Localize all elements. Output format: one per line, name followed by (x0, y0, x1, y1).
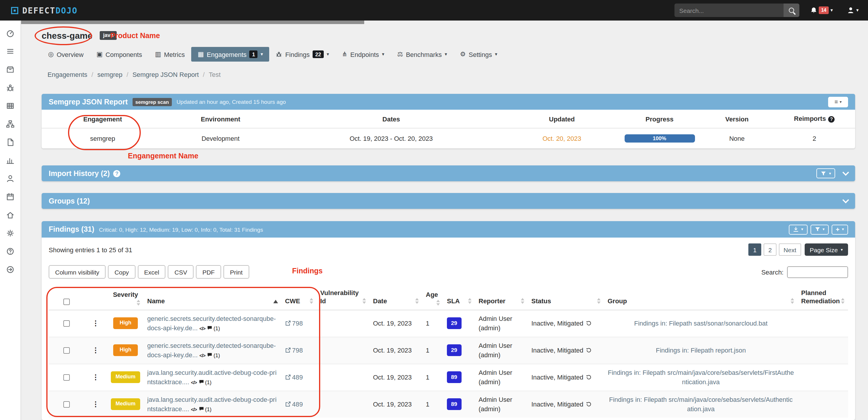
cwe-link[interactable]: 798 (292, 347, 303, 354)
page-size-button[interactable]: Page Size▾ (804, 243, 848, 256)
col-date[interactable]: Date (370, 286, 422, 310)
import-history-panel: Import History (2) ? ▾ (42, 166, 855, 181)
sidebar-item-hierarchy[interactable] (0, 115, 21, 133)
finding-name-link[interactable]: java.lang.security.audit.active-debug-co… (147, 396, 277, 412)
global-search (675, 3, 799, 17)
col-version: Version (700, 110, 774, 128)
download-button[interactable]: ▾ (789, 224, 807, 234)
findings-search-input[interactable] (787, 266, 848, 278)
tab-components[interactable]: ▣Components (90, 47, 149, 62)
group-link[interactable]: Findings in: Filepath sast/sonar/sonarcl… (634, 320, 768, 327)
sort-icon (521, 298, 524, 304)
sort-icon (841, 298, 844, 304)
findings-filter-button[interactable]: ▾ (810, 224, 829, 234)
row-checkbox[interactable] (63, 348, 69, 354)
table-row: ⋮ High generic.secrets.security.detected… (49, 337, 848, 364)
history-icon[interactable] (586, 320, 591, 326)
report-menu-button[interactable]: ≡▾ (828, 96, 848, 107)
row-actions-kebab[interactable]: ⋮ (87, 345, 104, 356)
sidebar-item-home[interactable] (0, 206, 21, 224)
search-button[interactable] (783, 3, 799, 17)
excel-button[interactable]: Excel (138, 265, 166, 279)
import-filter-button[interactable]: ▾ (817, 168, 835, 178)
tab-endpoints[interactable]: ⋔Endpoints▾ (336, 47, 391, 62)
page-1-button[interactable]: 1 (748, 243, 761, 256)
sidebar-item-calendar[interactable] (0, 188, 21, 206)
sidebar-item-matrix[interactable] (0, 97, 21, 115)
progress-cell: 100% (619, 128, 700, 148)
next-page-button[interactable]: Next (779, 243, 801, 256)
col-cwe[interactable]: CWE (281, 286, 317, 310)
group-link[interactable]: Findings in: Filepath src/main/java/core… (609, 396, 793, 412)
tab-findings[interactable]: Findings22▾ (270, 47, 336, 62)
history-icon[interactable] (586, 374, 591, 380)
defectdojo-logo[interactable]: DEFECTDOJO (10, 6, 78, 15)
row-actions-kebab[interactable]: ⋮ (87, 372, 104, 383)
settings-icon: ⚙ (460, 51, 466, 58)
search-input[interactable] (675, 3, 783, 17)
col-dates: Dates (277, 110, 505, 128)
updated-link[interactable]: Oct. 20, 2023 (542, 135, 581, 142)
row-actions-kebab[interactable]: ⋮ (87, 399, 104, 410)
sidebar-item-settings[interactable] (0, 224, 21, 242)
select-all-checkbox[interactable] (63, 299, 69, 305)
table-search: Search: (761, 266, 848, 278)
col-group[interactable]: Group (604, 286, 798, 310)
breadcrumb-report[interactable]: Semgrep JSON Report (132, 71, 199, 78)
cwe-link[interactable]: 489 (292, 401, 303, 408)
row-checkbox[interactable] (63, 374, 69, 381)
cwe-link[interactable]: 798 (292, 320, 303, 327)
user-menu[interactable]: ▾ (847, 6, 859, 14)
cwe-link[interactable]: 489 (292, 374, 303, 381)
row-actions-kebab[interactable]: ⋮ (87, 318, 104, 329)
sidebar-item-logout[interactable] (0, 261, 21, 279)
engagement-name-cell[interactable]: semgrep (42, 128, 164, 148)
page-2-button[interactable]: 2 (764, 243, 776, 256)
col-planned-remediation[interactable]: Planned Remediation (798, 286, 848, 310)
search-label: Search: (761, 268, 783, 275)
pdf-button[interactable]: PDF (196, 265, 221, 279)
row-checkbox[interactable] (63, 401, 69, 408)
finding-name-link[interactable]: java.lang.security.audit.active-debug-co… (147, 369, 277, 385)
history-icon[interactable] (586, 347, 591, 353)
tab-engagements[interactable]: ▦Engagements1▾ (191, 47, 270, 62)
print-button[interactable]: Print (223, 265, 249, 279)
csv-button[interactable]: CSV (168, 265, 193, 279)
help-icon[interactable]: ? (828, 116, 835, 123)
copy-button[interactable]: Copy (108, 265, 135, 279)
group-link[interactable]: Findings in: Filepath report.json (656, 347, 746, 354)
tab-benchmarks[interactable]: ⚖Benchmarks▾ (391, 47, 453, 62)
sort-icon (363, 298, 366, 304)
tab-settings[interactable]: ⚙Settings▾ (453, 47, 503, 62)
tab-metrics[interactable]: ▥Metrics (148, 47, 191, 62)
collapse-chevron-icon[interactable] (842, 169, 849, 176)
tab-overview[interactable]: ◎Overview (42, 47, 90, 62)
col-status[interactable]: Status (528, 286, 604, 310)
col-vulnerability-id[interactable]: Vulnerability Id (317, 286, 370, 310)
row-checkbox[interactable] (63, 321, 69, 327)
group-link[interactable]: Findings in: Filepath src/main/java/core… (608, 369, 794, 385)
col-reporter[interactable]: Reporter (475, 286, 528, 310)
col-severity[interactable]: Severity (107, 286, 144, 310)
sidebar-item-products[interactable] (0, 60, 21, 79)
sidebar-item-dashboard[interactable] (0, 24, 21, 42)
help-icon[interactable]: ? (113, 170, 120, 177)
sidebar-item-reports[interactable] (0, 133, 21, 151)
sidebar-item-list[interactable] (0, 42, 21, 60)
sidebar-item-users[interactable] (0, 170, 21, 188)
breadcrumb-engagements[interactable]: Engagements (48, 71, 87, 78)
notifications-menu[interactable]: 14 ▾ (810, 6, 833, 14)
collapse-chevron-icon[interactable] (842, 197, 849, 203)
history-icon[interactable] (586, 401, 591, 407)
col-age[interactable]: Age (422, 286, 443, 310)
column-visibility-button[interactable]: Column visibility (49, 265, 106, 279)
findings-count-badge: 22 (313, 51, 324, 58)
add-finding-button[interactable]: + ▾ (832, 224, 848, 234)
sidebar-item-findings[interactable] (0, 79, 21, 97)
col-name[interactable]: Name (144, 286, 281, 310)
sidebar-item-metrics[interactable] (0, 151, 21, 170)
col-sla[interactable]: SLA (443, 286, 475, 310)
vulnerability-id-cell (317, 391, 370, 417)
breadcrumb-semgrep[interactable]: semgrep (97, 71, 123, 78)
sidebar-item-help[interactable] (0, 242, 21, 261)
